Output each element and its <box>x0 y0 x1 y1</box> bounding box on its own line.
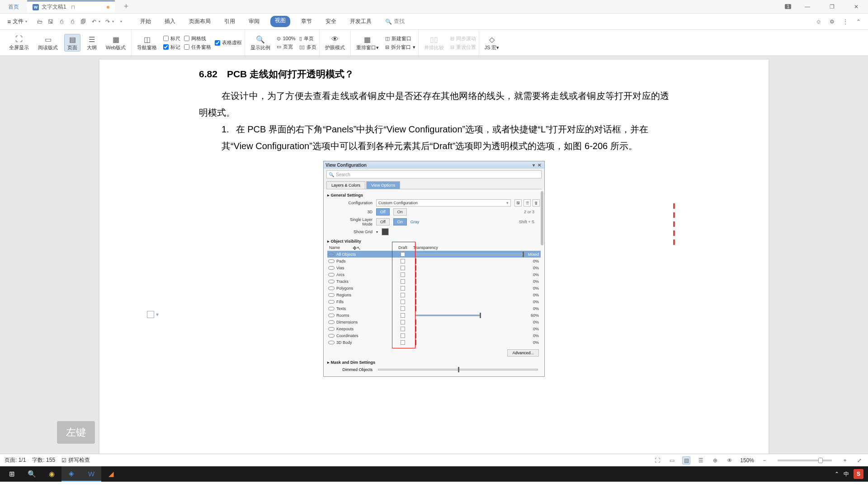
config-delete-icon: 🗑 <box>533 199 540 206</box>
page-indicator[interactable]: 页面: 1/1 <box>5 456 26 464</box>
tab-references[interactable]: 引用 <box>222 16 238 27</box>
tab-start[interactable]: 开始 <box>137 16 154 27</box>
reading-view-button[interactable]: ▭阅读版式 <box>35 34 61 51</box>
zoom-100-button[interactable]: ⊙ 100% <box>277 36 295 42</box>
search-taskbar-icon[interactable]: 🔍 <box>22 466 42 482</box>
redo-button[interactable]: ↷▾ <box>104 18 114 25</box>
search-box[interactable]: 🔍 查找 <box>385 18 405 25</box>
gridlines-checkbox[interactable]: 网格线 <box>184 35 211 42</box>
spell-check-button[interactable]: ☑拼写检查 <box>61 456 90 464</box>
new-window-button[interactable]: ◫ 新建窗口 <box>385 35 415 42</box>
web-layout-status-icon[interactable]: ⊕ <box>711 456 719 465</box>
table-grid-checkbox[interactable]: 表格虚框 <box>215 39 242 46</box>
document-page[interactable]: 6.82 PCB 走线如何打开透明模式？ 在设计中，为了方便去查看走线或者铜皮中… <box>99 60 769 454</box>
fullscreen-status-icon[interactable]: ⛶ <box>653 456 661 465</box>
tab-pin-icon[interactable]: ⊓ <box>69 4 77 10</box>
task-pane-checkbox[interactable]: 任务窗格 <box>184 44 211 51</box>
outline-status-icon[interactable]: ☰ <box>697 456 705 465</box>
page-view-button[interactable]: ▤页面 <box>64 34 80 52</box>
maximize-button[interactable]: ❐ <box>824 4 840 10</box>
eye-mode-button[interactable]: 👁护眼模式 <box>322 34 348 51</box>
dialog-close-icon: ✕ <box>536 163 542 168</box>
visibility-row: Fills0% <box>327 298 541 305</box>
file-menu-label: 文件 <box>13 18 24 25</box>
visibility-row: Pads0% <box>327 258 541 264</box>
multi-page-button[interactable]: ▯▯ 多页 <box>299 44 316 51</box>
zoom-in-button[interactable]: + <box>841 456 849 465</box>
ime-lang[interactable]: 中 <box>844 470 849 478</box>
eye-status-icon[interactable]: 👁 <box>726 456 734 465</box>
reading-status-icon[interactable]: ▭ <box>668 456 676 465</box>
markup-checkbox[interactable]: 标记 <box>163 44 180 51</box>
save-icon[interactable]: 🖫 <box>47 18 54 25</box>
slm-off-toggle: Off <box>376 218 390 225</box>
nav-pane-button[interactable]: ◫导航窗格 <box>134 34 160 51</box>
tab-devtools[interactable]: 开发工具 <box>347 16 374 27</box>
more-icon[interactable]: ⋮ <box>843 19 848 25</box>
tab-view[interactable]: 视图 <box>270 16 290 27</box>
home-tab[interactable]: 首页 <box>0 0 27 14</box>
unsaved-dot-icon <box>107 6 109 9</box>
app-icon-1[interactable]: ◈ <box>61 466 81 482</box>
js-macro-button[interactable]: ◇JS 宏▾ <box>482 34 502 51</box>
zoom-out-button[interactable]: − <box>760 456 769 465</box>
page-width-button[interactable]: ▭ 页宽 <box>277 43 295 50</box>
page-layout-status-icon[interactable]: ▤ <box>682 456 690 465</box>
visibility-row: Polygons0% <box>327 285 541 291</box>
config-list-icon: ☰ <box>524 199 531 206</box>
app-icon-2[interactable]: ◢ <box>101 466 121 482</box>
search-icon: 🔍 <box>385 19 392 25</box>
print-icon[interactable]: ⎙ <box>69 18 76 25</box>
search-placeholder: 查找 <box>394 18 405 25</box>
zoom-level[interactable]: 150% <box>740 457 754 464</box>
start-button[interactable]: ⊞ <box>2 466 22 482</box>
document-tab[interactable]: W 文字文稿1 ⊓ <box>27 0 115 13</box>
slm-gray-link: Gray <box>410 220 420 224</box>
wps-icon[interactable]: W <box>81 466 101 482</box>
settings-icon[interactable]: ⚙ <box>830 19 835 25</box>
zoom-ratio-button[interactable]: 🔍显示比例 <box>248 34 273 51</box>
3d-off-toggle: Off <box>376 208 390 216</box>
fit-page-icon[interactable]: ⤢ <box>855 456 863 465</box>
key-overlay: 左键 <box>57 421 95 444</box>
tab-insert[interactable]: 插入 <box>162 16 178 27</box>
zoom-slider[interactable] <box>778 460 832 461</box>
visibility-row: Coordinates0% <box>327 332 541 339</box>
ruler-checkbox[interactable]: 标尺 <box>163 35 180 42</box>
side-by-side-button: ▯▯并排比较 <box>421 34 447 51</box>
collapse-ribbon-icon[interactable]: ⌃ <box>856 19 861 25</box>
outline-view-button[interactable]: ☰大纲 <box>84 34 99 51</box>
print-preview-icon[interactable]: 🗐 <box>80 18 87 25</box>
feedback-icon[interactable]: ☺ <box>816 19 821 25</box>
tray-chevron-icon[interactable]: ⌃ <box>835 471 839 477</box>
print-quick-icon[interactable]: ⎙ <box>58 18 65 25</box>
close-button[interactable]: ✕ <box>848 4 864 10</box>
layers-colors-tab: Layers & Colors <box>326 181 365 189</box>
new-tab-button[interactable]: + <box>115 2 138 11</box>
visibility-row: Texts0% <box>327 305 541 312</box>
rearrange-window-button[interactable]: ▦重排窗口▾ <box>354 34 382 51</box>
quick-access-chevron[interactable]: ▾ <box>118 18 125 25</box>
sync-scroll-button: ⊟ 同步滚动 <box>450 35 476 42</box>
tab-security[interactable]: 安全 <box>323 16 339 27</box>
visibility-row: All ObjectsMixed <box>327 251 541 258</box>
undo-button[interactable]: ↶▾ <box>90 18 100 25</box>
file-menu[interactable]: ≡ 文件 ▾ <box>4 18 31 25</box>
insert-object-icon[interactable]: ▾ <box>147 311 159 318</box>
minimize-button[interactable]: — <box>799 4 816 10</box>
notification-badge[interactable]: 1 <box>785 4 791 9</box>
word-count[interactable]: 字数: 155 <box>32 456 55 464</box>
tab-review[interactable]: 审阅 <box>246 16 262 27</box>
config-save-icon: 🖫 <box>514 199 522 206</box>
single-page-button[interactable]: ▯ 单页 <box>299 35 316 42</box>
dialog-scrollbar <box>541 191 543 245</box>
split-window-button[interactable]: ⊟ 拆分窗口▾ <box>385 44 415 51</box>
web-view-button[interactable]: ▦Web版式 <box>103 34 128 51</box>
tab-chapter[interactable]: 章节 <box>298 16 315 27</box>
tab-page-layout[interactable]: 页面布局 <box>186 16 213 27</box>
config-select: Custom Configuration <box>376 199 511 206</box>
chrome-icon[interactable]: ◉ <box>42 466 61 482</box>
fullscreen-button[interactable]: ⛶全屏显示 <box>6 34 32 51</box>
ime-icon[interactable]: S <box>854 469 863 479</box>
open-icon[interactable]: 🗁 <box>36 18 43 25</box>
